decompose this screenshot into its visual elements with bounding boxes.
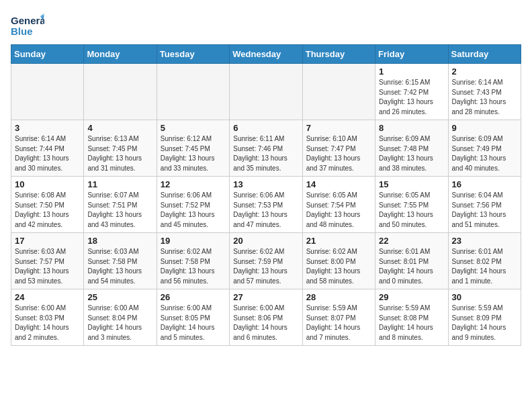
svg-text:General: General: [11, 15, 44, 26]
day-info: Sunrise: 5:59 AM Sunset: 8:08 PM Dayligh…: [379, 304, 444, 342]
day-number: 15: [379, 179, 444, 189]
day-number: 9: [452, 123, 517, 133]
day-number: 20: [233, 236, 298, 246]
calendar-cell: 20Sunrise: 6:02 AM Sunset: 7:59 PM Dayli…: [230, 233, 302, 289]
day-number: 1: [379, 66, 444, 77]
day-info: Sunrise: 6:00 AM Sunset: 8:05 PM Dayligh…: [161, 304, 226, 342]
page-header: General Blue: [11, 11, 521, 39]
day-info: Sunrise: 6:00 AM Sunset: 8:06 PM Dayligh…: [233, 304, 298, 342]
day-info: Sunrise: 6:10 AM Sunset: 7:47 PM Dayligh…: [306, 134, 371, 173]
day-info: Sunrise: 6:01 AM Sunset: 8:01 PM Dayligh…: [379, 247, 444, 286]
calendar-cell: 12Sunrise: 6:06 AM Sunset: 7:52 PM Dayli…: [157, 177, 229, 233]
day-info: Sunrise: 6:15 AM Sunset: 7:42 PM Dayligh…: [379, 78, 444, 117]
calendar-cell: 30Sunrise: 5:59 AM Sunset: 8:09 PM Dayli…: [448, 289, 521, 346]
day-number: 14: [306, 179, 371, 189]
calendar-cell: 23Sunrise: 6:01 AM Sunset: 8:02 PM Dayli…: [448, 233, 521, 289]
calendar-cell: 19Sunrise: 6:02 AM Sunset: 7:58 PM Dayli…: [157, 233, 229, 289]
calendar-cell: [11, 64, 84, 120]
header-monday: Monday: [84, 45, 157, 64]
calendar-week-4: 17Sunrise: 6:03 AM Sunset: 7:57 PM Dayli…: [11, 233, 521, 289]
calendar-cell: 9Sunrise: 6:09 AM Sunset: 7:49 PM Daylig…: [448, 120, 521, 177]
day-info: Sunrise: 6:14 AM Sunset: 7:44 PM Dayligh…: [15, 134, 80, 173]
day-info: Sunrise: 6:09 AM Sunset: 7:49 PM Dayligh…: [452, 134, 517, 173]
day-number: 28: [306, 292, 371, 302]
day-info: Sunrise: 6:01 AM Sunset: 8:02 PM Dayligh…: [452, 247, 517, 286]
calendar-cell: 15Sunrise: 6:05 AM Sunset: 7:55 PM Dayli…: [375, 177, 448, 233]
logo-bird-icon: General Blue: [11, 11, 44, 39]
header-sunday: Sunday: [11, 45, 84, 64]
day-info: Sunrise: 6:00 AM Sunset: 8:04 PM Dayligh…: [87, 304, 152, 342]
day-info: Sunrise: 6:05 AM Sunset: 7:55 PM Dayligh…: [379, 191, 444, 230]
header-saturday: Saturday: [448, 45, 521, 64]
day-number: 13: [233, 179, 298, 189]
day-number: 24: [15, 292, 80, 302]
day-info: Sunrise: 6:02 AM Sunset: 8:00 PM Dayligh…: [306, 247, 371, 286]
day-info: Sunrise: 6:14 AM Sunset: 7:43 PM Dayligh…: [452, 78, 517, 117]
calendar-cell: 6Sunrise: 6:11 AM Sunset: 7:46 PM Daylig…: [230, 120, 302, 177]
calendar-cell: [157, 64, 229, 120]
calendar-cell: 21Sunrise: 6:02 AM Sunset: 8:00 PM Dayli…: [302, 233, 375, 289]
day-info: Sunrise: 6:07 AM Sunset: 7:51 PM Dayligh…: [87, 191, 152, 230]
calendar-cell: 29Sunrise: 5:59 AM Sunset: 8:08 PM Dayli…: [375, 289, 448, 346]
calendar-cell: 11Sunrise: 6:07 AM Sunset: 7:51 PM Dayli…: [84, 177, 157, 233]
calendar-cell: 25Sunrise: 6:00 AM Sunset: 8:04 PM Dayli…: [84, 289, 157, 346]
calendar-week-1: 1Sunrise: 6:15 AM Sunset: 7:42 PM Daylig…: [11, 64, 521, 120]
calendar-cell: 16Sunrise: 6:04 AM Sunset: 7:56 PM Dayli…: [448, 177, 521, 233]
calendar-cell: 3Sunrise: 6:14 AM Sunset: 7:44 PM Daylig…: [11, 120, 84, 177]
day-number: 17: [15, 236, 80, 246]
day-number: 23: [452, 236, 517, 246]
day-info: Sunrise: 6:00 AM Sunset: 8:03 PM Dayligh…: [15, 304, 80, 342]
header-wednesday: Wednesday: [230, 45, 302, 64]
calendar-cell: 17Sunrise: 6:03 AM Sunset: 7:57 PM Dayli…: [11, 233, 84, 289]
day-info: Sunrise: 6:02 AM Sunset: 7:59 PM Dayligh…: [233, 247, 298, 286]
calendar-cell: 28Sunrise: 5:59 AM Sunset: 8:07 PM Dayli…: [302, 289, 375, 346]
calendar-cell: 10Sunrise: 6:08 AM Sunset: 7:50 PM Dayli…: [11, 177, 84, 233]
calendar-cell: 18Sunrise: 6:03 AM Sunset: 7:58 PM Dayli…: [84, 233, 157, 289]
day-info: Sunrise: 6:04 AM Sunset: 7:56 PM Dayligh…: [452, 191, 517, 230]
day-info: Sunrise: 6:08 AM Sunset: 7:50 PM Dayligh…: [15, 191, 80, 230]
calendar-cell: 13Sunrise: 6:06 AM Sunset: 7:53 PM Dayli…: [230, 177, 302, 233]
day-info: Sunrise: 6:03 AM Sunset: 7:58 PM Dayligh…: [87, 247, 152, 286]
calendar-table: SundayMondayTuesdayWednesdayThursdayFrid…: [11, 44, 521, 346]
day-info: Sunrise: 5:59 AM Sunset: 8:09 PM Dayligh…: [452, 304, 517, 342]
calendar-cell: 1Sunrise: 6:15 AM Sunset: 7:42 PM Daylig…: [375, 64, 448, 120]
calendar-cell: 24Sunrise: 6:00 AM Sunset: 8:03 PM Dayli…: [11, 289, 84, 346]
day-number: 29: [379, 292, 444, 302]
calendar-cell: [302, 64, 375, 120]
header-tuesday: Tuesday: [157, 45, 229, 64]
calendar-week-2: 3Sunrise: 6:14 AM Sunset: 7:44 PM Daylig…: [11, 120, 521, 177]
day-info: Sunrise: 6:11 AM Sunset: 7:46 PM Dayligh…: [233, 134, 298, 173]
calendar-cell: 5Sunrise: 6:12 AM Sunset: 7:45 PM Daylig…: [157, 120, 229, 177]
day-number: 8: [379, 123, 444, 133]
day-number: 6: [233, 123, 298, 133]
day-number: 19: [161, 236, 226, 246]
calendar-header-row: SundayMondayTuesdayWednesdayThursdayFrid…: [11, 45, 521, 64]
day-info: Sunrise: 6:13 AM Sunset: 7:45 PM Dayligh…: [87, 134, 152, 173]
day-number: 3: [15, 123, 80, 133]
day-info: Sunrise: 6:05 AM Sunset: 7:54 PM Dayligh…: [306, 191, 371, 230]
calendar-cell: 26Sunrise: 6:00 AM Sunset: 8:05 PM Dayli…: [157, 289, 229, 346]
calendar-cell: 7Sunrise: 6:10 AM Sunset: 7:47 PM Daylig…: [302, 120, 375, 177]
day-info: Sunrise: 5:59 AM Sunset: 8:07 PM Dayligh…: [306, 304, 371, 342]
day-info: Sunrise: 6:06 AM Sunset: 7:52 PM Dayligh…: [161, 191, 226, 230]
header-friday: Friday: [375, 45, 448, 64]
calendar-week-3: 10Sunrise: 6:08 AM Sunset: 7:50 PM Dayli…: [11, 177, 521, 233]
day-info: Sunrise: 6:03 AM Sunset: 7:57 PM Dayligh…: [15, 247, 80, 286]
day-info: Sunrise: 6:02 AM Sunset: 7:58 PM Dayligh…: [161, 247, 226, 286]
day-number: 12: [161, 179, 226, 189]
day-number: 4: [87, 123, 152, 133]
day-number: 7: [306, 123, 371, 133]
calendar-cell: 2Sunrise: 6:14 AM Sunset: 7:43 PM Daylig…: [448, 64, 521, 120]
day-number: 16: [452, 179, 517, 189]
calendar-cell: 22Sunrise: 6:01 AM Sunset: 8:01 PM Dayli…: [375, 233, 448, 289]
calendar-cell: [84, 64, 157, 120]
day-info: Sunrise: 6:09 AM Sunset: 7:48 PM Dayligh…: [379, 134, 444, 173]
day-number: 22: [379, 236, 444, 246]
svg-text:Blue: Blue: [11, 26, 33, 37]
day-number: 21: [306, 236, 371, 246]
day-number: 11: [87, 179, 152, 189]
day-info: Sunrise: 6:12 AM Sunset: 7:45 PM Dayligh…: [161, 134, 226, 173]
calendar-cell: 4Sunrise: 6:13 AM Sunset: 7:45 PM Daylig…: [84, 120, 157, 177]
day-number: 5: [161, 123, 226, 133]
header-thursday: Thursday: [302, 45, 375, 64]
